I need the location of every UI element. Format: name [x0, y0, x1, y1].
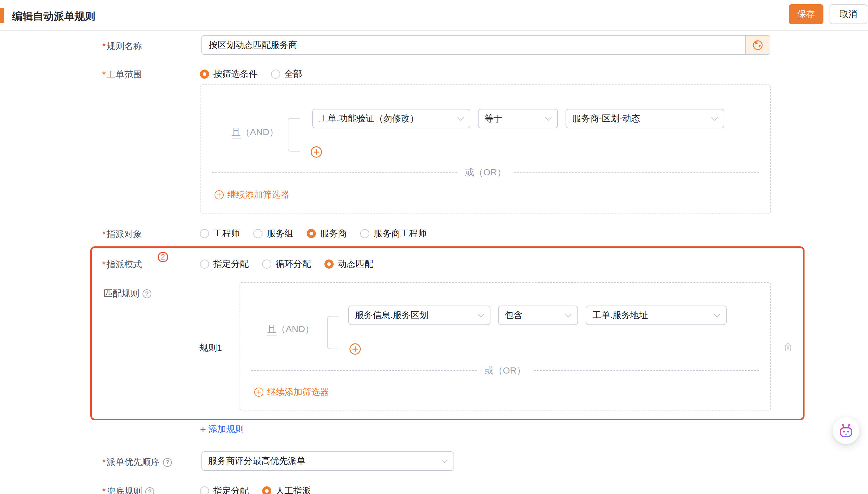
fallback-radio-group: 指定分配 人工指派 [200, 485, 311, 494]
rule-name-label: 规则名称 [102, 40, 142, 53]
title-accent-bar [0, 8, 4, 23]
page-title: 编辑自动派单规则 [12, 10, 95, 23]
match-rule-label: 匹配规则 [104, 288, 139, 300]
save-button[interactable]: 保存 [789, 4, 824, 24]
radio-target-service-group[interactable]: 服务组 [253, 227, 293, 240]
or-operator-label: 或（OR） [485, 364, 526, 377]
chevron-down-icon [545, 114, 551, 120]
assistant-float-button[interactable] [833, 417, 860, 444]
priority-label: 派单优先顺序 [102, 456, 160, 469]
cancel-button[interactable]: 取消 [830, 4, 867, 24]
condition-field-select[interactable]: 服务信息.服务区划 [348, 306, 490, 325]
step-2-badge: 2 [158, 252, 168, 262]
condition-row: 工单.功能验证（勿修改） 等于 服务商-区划-动态 [312, 109, 724, 128]
radio-fallback-fixed[interactable]: 指定分配 [200, 485, 249, 494]
radio-unchecked-icon [200, 229, 209, 238]
chevron-down-icon [457, 114, 464, 120]
chevron-down-icon [478, 311, 484, 317]
add-filter-link[interactable]: 继续添加筛选器 [215, 189, 289, 201]
radio-checked-icon [262, 487, 271, 494]
robot-icon [838, 422, 854, 439]
divider-line [534, 370, 759, 371]
condition-operator-select[interactable]: 等于 [478, 109, 558, 128]
radio-mode-dynamic-match[interactable]: 动态匹配 [324, 258, 373, 270]
radio-checked-icon [307, 229, 316, 238]
add-and-condition-button[interactable] [311, 146, 322, 158]
rule-name-input-group: 按区划动态匹配服务商 [201, 35, 770, 55]
condition-field-select[interactable]: 工单.功能验证（勿修改） [312, 109, 470, 128]
condition-bracket [327, 316, 339, 349]
assign-target-radio-group: 工程师 服务组 服务商 服务商工程师 [200, 227, 427, 240]
radio-unchecked-icon [262, 260, 271, 269]
radio-unchecked-icon [253, 229, 263, 238]
match-rule-filter-box: 且（AND） 服务信息.服务区划 包含 工单.服务地址 或（OR） [240, 282, 771, 411]
chevron-down-icon [714, 311, 720, 317]
delete-rule-button[interactable] [782, 341, 794, 354]
assign-mode-radio-group: 指定分配 循环分配 动态匹配 [200, 258, 373, 270]
or-operator-label: 或（OR） [465, 166, 506, 179]
priority-select[interactable]: 服务商评分最高优先派单 [201, 451, 454, 471]
match-rule-label-row: 匹配规则 [104, 288, 151, 300]
help-icon[interactable] [163, 458, 172, 467]
assign-target-label: 指派对象 [102, 228, 142, 240]
radio-unchecked-icon [200, 487, 209, 494]
radio-scope-all[interactable]: 全部 [271, 68, 302, 80]
translate-addon-button[interactable] [745, 36, 770, 54]
and-operator-toggle[interactable]: 且（AND） [232, 126, 278, 138]
plus-icon [254, 387, 264, 397]
condition-bracket [288, 118, 300, 152]
divider-line [514, 172, 759, 173]
edit-auto-dispatch-rule-page: 编辑自动派单规则 保存 取消 规则名称 按区划动态匹配服务商 工单范围 按筛选条… [0, 0, 868, 494]
rule-1-label: 规则1 [199, 342, 222, 354]
help-icon[interactable] [143, 289, 151, 298]
radio-unchecked-icon [271, 70, 280, 79]
condition-value-select[interactable]: 服务商-区划-动态 [565, 109, 724, 128]
page-header: 编辑自动派单规则 保存 取消 [0, 0, 868, 31]
or-divider: 或（OR） [251, 365, 759, 376]
radio-target-engineer[interactable]: 工程师 [200, 227, 240, 240]
radio-scope-by-filter[interactable]: 按筛选条件 [200, 68, 258, 80]
radio-unchecked-icon [360, 229, 369, 238]
help-icon[interactable] [145, 487, 154, 494]
rule-name-input[interactable]: 按区划动态匹配服务商 [202, 36, 745, 54]
add-and-condition-button[interactable] [349, 343, 361, 355]
chevron-down-icon [711, 114, 718, 120]
fallback-label-row: 兜底规则 [102, 486, 154, 494]
fallback-label: 兜底规则 [102, 486, 142, 494]
add-rule-link[interactable]: 添加规则 [200, 423, 244, 435]
radio-target-service-provider[interactable]: 服务商 [307, 227, 347, 240]
scope-radio-group: 按筛选条件 全部 [200, 68, 302, 80]
radio-mode-fixed[interactable]: 指定分配 [200, 258, 249, 270]
scope-label: 工单范围 [102, 69, 142, 81]
chevron-down-icon [565, 311, 572, 317]
condition-row: 服务信息.服务区划 包含 工单.服务地址 [348, 306, 727, 325]
radio-mode-round-robin[interactable]: 循环分配 [262, 258, 311, 270]
radio-checked-icon [200, 70, 209, 79]
divider-line [212, 172, 457, 173]
globe-icon [752, 39, 764, 51]
priority-label-row: 派单优先顺序 [102, 456, 172, 469]
or-divider: 或（OR） [212, 167, 759, 178]
and-operator-toggle[interactable]: 且（AND） [267, 323, 314, 336]
radio-checked-icon [324, 260, 333, 269]
delete-icon [782, 341, 794, 354]
chevron-down-icon [441, 456, 448, 463]
radio-fallback-manual[interactable]: 人工指派 [262, 485, 311, 494]
condition-operator-select[interactable]: 包含 [498, 306, 578, 325]
add-filter-link[interactable]: 继续添加筛选器 [254, 386, 329, 398]
radio-unchecked-icon [200, 260, 209, 269]
condition-value-select[interactable]: 工单.服务地址 [586, 306, 727, 325]
plus-icon [215, 190, 224, 200]
scope-filter-box: 且（AND） 工单.功能验证（勿修改） 等于 服务商-区划-动态 或（OR） [200, 84, 771, 213]
divider-line [251, 370, 477, 371]
assign-mode-label: 指派模式 [102, 259, 142, 271]
radio-target-provider-engineer[interactable]: 服务商工程师 [360, 227, 427, 240]
